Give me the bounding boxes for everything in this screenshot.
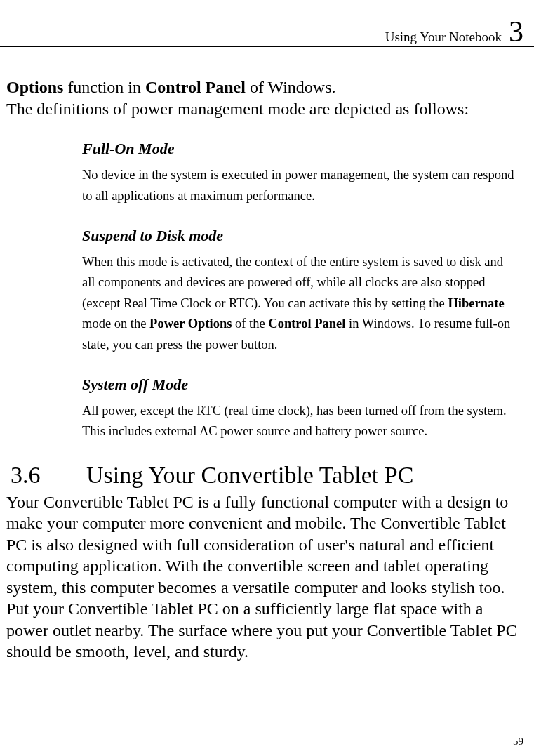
header-title: Using Your Notebook xyxy=(385,29,502,44)
suspend-p3: of the xyxy=(232,317,268,331)
intro-line2: The definitions of power management mode… xyxy=(6,100,469,118)
mode-suspend: Suspend to Disk mode When this mode is a… xyxy=(6,227,523,356)
mode-body: All power, except the RTC (real time clo… xyxy=(82,401,516,442)
page-footer: 59 xyxy=(11,724,523,756)
mode-full-on: Full-On Mode No device in the system is … xyxy=(6,140,523,206)
mode-system-off: System off Mode All power, except the RT… xyxy=(6,376,523,442)
header-chapter-number: 3 xyxy=(509,15,523,48)
section-body: Your Convertible Tablet PC is a fully fu… xyxy=(6,491,523,663)
intro-options-bold: Options xyxy=(6,78,63,96)
section-number: 3.6 xyxy=(6,462,86,489)
mode-heading: Full-On Mode xyxy=(82,140,516,158)
mode-body: No device in the system is executed in p… xyxy=(82,165,516,206)
page-number: 59 xyxy=(513,736,523,747)
intro-control-panel-bold: Control Panel xyxy=(145,78,246,96)
intro-part1: function in xyxy=(63,78,145,96)
suspend-p2: mode on the xyxy=(82,317,149,331)
mode-heading: System off Mode xyxy=(82,376,516,394)
intro-part2: of Windows. xyxy=(246,78,336,96)
page-header: Using Your Notebook 3 xyxy=(0,0,534,47)
page-content: Options function in Control Panel of Win… xyxy=(0,47,534,662)
suspend-power-options-bold: Power Options xyxy=(149,317,232,331)
suspend-p1: When this mode is activated, the context… xyxy=(82,255,503,310)
suspend-control-panel-bold: Control Panel xyxy=(268,317,345,331)
mode-body: When this mode is activated, the context… xyxy=(82,252,516,356)
suspend-hibernate-bold: Hibernate xyxy=(448,296,504,310)
intro-paragraph: Options function in Control Panel of Win… xyxy=(6,77,523,120)
section-title: Using Your Convertible Tablet PC xyxy=(86,462,413,489)
mode-heading: Suspend to Disk mode xyxy=(82,227,516,245)
section-heading-row: 3.6 Using Your Convertible Tablet PC xyxy=(6,462,523,489)
